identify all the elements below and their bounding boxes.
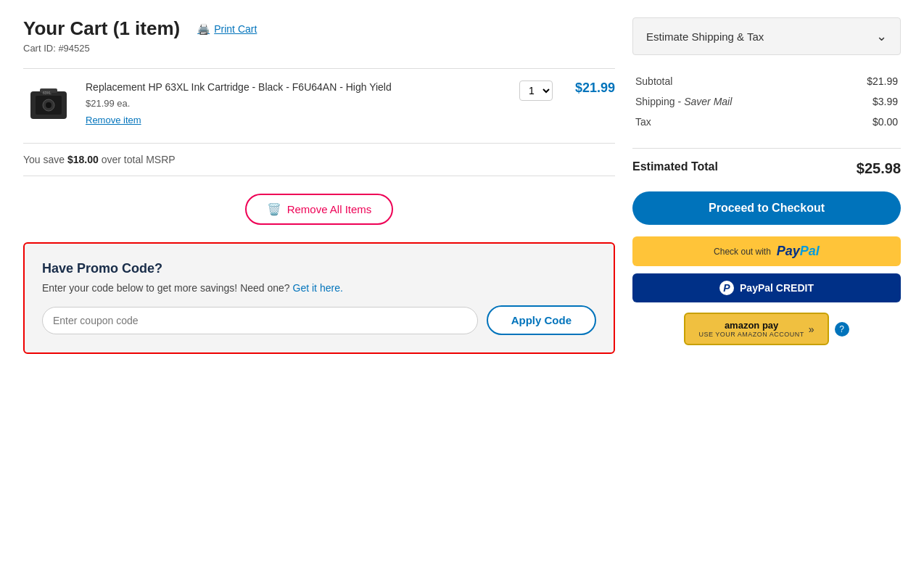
shipping-label: Shipping - Saver Mail	[635, 96, 732, 107]
promo-title: Have Promo Code?	[42, 261, 596, 276]
savings-suffix: over total MSRP	[99, 154, 176, 165]
printer-icon: 🖨️	[197, 23, 210, 35]
promo-subtitle-text: Enter your code below to get more saving…	[42, 282, 293, 294]
promo-section: Have Promo Code? Enter your code below t…	[23, 242, 615, 354]
payment-options: Check out with PayPal P PayPal CREDIT am…	[632, 236, 901, 345]
print-cart-label: Print Cart	[214, 23, 257, 35]
item-details: Replacement HP 63XL Ink Cartridge - Blac…	[86, 81, 508, 125]
promo-input-row: Apply Code	[42, 305, 596, 335]
subtotal-label: Subtotal	[635, 75, 672, 87]
shipping-row: Shipping - Saver Mail $3.99	[635, 96, 898, 107]
savings-banner: You save $18.00 over total MSRP	[23, 144, 615, 176]
item-price-each: $21.99 ea.	[86, 98, 508, 109]
shipping-method: Saver Mail	[684, 96, 732, 107]
savings-prefix: You save	[23, 154, 67, 165]
item-image: 63XL	[23, 81, 74, 131]
paypal-credit-label: PayPal CREDIT	[740, 282, 814, 294]
promo-subtitle: Enter your code below to get more saving…	[42, 282, 596, 294]
checkout-button[interactable]: Proceed to Checkout	[632, 191, 901, 225]
remove-all-button[interactable]: 🗑️ Remove All Items	[245, 194, 394, 225]
remove-item-button[interactable]: Remove item	[86, 115, 508, 125]
shipping-value: $3.99	[873, 96, 898, 107]
amazon-pay-sub: USE YOUR AMAZON ACCOUNT	[698, 331, 804, 338]
svg-point-3	[46, 102, 51, 108]
estimated-total-label: Estimated Total	[632, 160, 718, 177]
cart-header: Your Cart (1 item) 🖨️ Print Cart	[23, 17, 615, 40]
tax-row: Tax $0.00	[635, 116, 898, 128]
apply-code-button[interactable]: Apply Code	[487, 305, 596, 335]
main-content: Your Cart (1 item) 🖨️ Print Cart Cart ID…	[23, 17, 615, 371]
amazon-pay-text: amazon pay USE YOUR AMAZON ACCOUNT	[698, 320, 804, 338]
tax-label: Tax	[635, 116, 651, 128]
subtotal-value: $21.99	[867, 75, 898, 87]
paypal-logo: PayPal	[777, 244, 820, 259]
svg-text:63XL: 63XL	[43, 91, 51, 95]
estimated-total-value: $25.98	[857, 160, 901, 177]
quantity-select[interactable]: 1 2 3 4 5	[519, 81, 553, 101]
remove-all-label: Remove All Items	[287, 203, 372, 215]
cart-id: Cart ID: #94525	[23, 43, 615, 54]
trash-icon: 🗑️	[267, 202, 281, 216]
savings-amount: $18.00	[67, 154, 99, 165]
amazon-pay-button[interactable]: amazon pay USE YOUR AMAZON ACCOUNT »	[684, 313, 828, 345]
estimated-total-row: Estimated Total $25.98	[632, 160, 901, 177]
print-cart-button[interactable]: 🖨️ Print Cart	[197, 23, 257, 35]
cart-item: 63XL Replacement HP 63XL Ink Cartridge -…	[23, 68, 615, 144]
amazon-pay-logo: amazon pay	[725, 320, 778, 331]
product-image-svg: 63XL	[27, 84, 70, 128]
item-total-price: $21.99	[564, 81, 615, 96]
item-quantity[interactable]: 1 2 3 4 5	[519, 81, 553, 101]
help-icon: ?	[839, 324, 844, 334]
paypal-credit-button[interactable]: P PayPal CREDIT	[632, 273, 901, 302]
paypal-checkout-button[interactable]: Check out with PayPal	[632, 236, 901, 266]
coupon-input[interactable]	[42, 307, 478, 334]
amazon-pay-row: amazon pay USE YOUR AMAZON ACCOUNT » ?	[684, 313, 849, 345]
remove-all-wrapper: 🗑️ Remove All Items	[23, 176, 615, 242]
estimate-shipping-bar[interactable]: Estimate Shipping & Tax ⌄	[632, 17, 901, 55]
chevron-down-icon: ⌄	[876, 28, 887, 44]
tax-value: $0.00	[873, 116, 898, 128]
promo-get-code-link[interactable]: Get it here.	[293, 282, 343, 294]
item-name: Replacement HP 63XL Ink Cartridge - Blac…	[86, 81, 508, 95]
subtotal-row: Subtotal $21.99	[635, 75, 898, 87]
help-button[interactable]: ?	[835, 322, 849, 337]
amazon-arrows-icon: »	[809, 323, 814, 335]
paypal-checkout-text: Check out with	[714, 247, 771, 257]
paypal-credit-p-icon: P	[719, 281, 734, 295]
order-summary: Subtotal $21.99 Shipping - Saver Mail $3…	[632, 64, 901, 149]
estimate-shipping-label: Estimate Shipping & Tax	[646, 30, 764, 43]
cart-title: Your Cart (1 item)	[23, 17, 180, 40]
sidebar: Estimate Shipping & Tax ⌄ Subtotal $21.9…	[632, 17, 901, 371]
